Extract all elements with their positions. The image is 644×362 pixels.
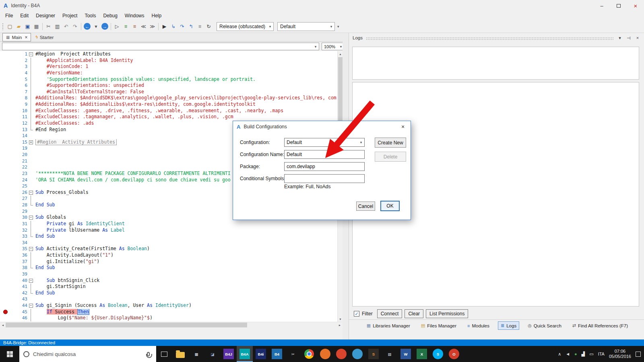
opera[interactable]: O [446, 346, 462, 362]
code-text[interactable]: #AdditionalRes: $AndroidSDK$\extras\goog… [35, 95, 343, 101]
breakpoint-margin[interactable] [0, 177, 11, 183]
breakpoint-margin[interactable] [0, 95, 11, 101]
media-app[interactable]: ◪ [204, 346, 221, 362]
navigate-back-icon[interactable]: ← [84, 23, 91, 30]
breakpoint-dot[interactable] [3, 310, 8, 314]
menu-item-designer[interactable]: Designer [32, 11, 59, 20]
breakpoint-margin[interactable] [0, 114, 11, 120]
step-out-icon[interactable]: ↰ [187, 22, 195, 31]
start-button[interactable] [0, 346, 19, 362]
code-text[interactable]: End Sub [35, 233, 343, 240]
b4r[interactable]: B4 [269, 346, 285, 362]
list-permissions-button[interactable]: List Permissions [426, 309, 468, 318]
panel-menu-icon[interactable]: ▾ [617, 35, 623, 41]
fold-collapse-icon[interactable]: − [29, 247, 33, 251]
designer-icon[interactable]: ▦ [32, 22, 41, 31]
outdent-icon[interactable]: ≪ [139, 22, 148, 31]
breakpoint-margin[interactable] [0, 315, 11, 321]
word[interactable]: W [398, 346, 414, 362]
breakpoint-margin[interactable] [0, 152, 11, 158]
scroll-left-icon[interactable]: ◄ [0, 322, 6, 328]
breakpoint-margin[interactable] [0, 290, 11, 296]
breakpoint-margin[interactable] [0, 108, 11, 114]
clock[interactable]: 07:06 05/05/2016 [609, 349, 631, 359]
code-text[interactable]: Private lblUsername As Label [35, 227, 343, 234]
fold-collapse-icon[interactable]: − [29, 216, 33, 220]
breakpoint-margin[interactable] [0, 101, 11, 108]
notepad-app[interactable]: ▤ [382, 346, 398, 362]
new-project-icon[interactable]: ▢ [6, 22, 14, 31]
panel-tab-quick-search[interactable]: ◎Quick Search [525, 322, 564, 329]
dev-app[interactable] [349, 346, 365, 362]
breakpoint-margin[interactable] [0, 145, 11, 152]
panel-tab-files-manager[interactable]: ▤Files Manager [419, 322, 459, 329]
firefox[interactable] [317, 346, 333, 362]
breakpoint-margin[interactable] [0, 240, 11, 246]
code-text[interactable]: #AdditionalRes: $AdditionalLibs$\extra-r… [35, 101, 343, 108]
menu-item-tools[interactable]: Tools [81, 11, 99, 20]
breakpoint-margin[interactable] [0, 296, 11, 302]
package-input[interactable] [284, 162, 365, 171]
breakpoint-margin[interactable] [0, 164, 11, 171]
editor-horizontal-scrollbar[interactable]: ◄ ► [0, 322, 343, 327]
breakpoint-margin[interactable] [0, 171, 11, 177]
delete-button[interactable]: Delete [375, 152, 406, 162]
breakpoint-margin[interactable] [0, 309, 11, 315]
breakpoint-margin[interactable] [0, 246, 11, 252]
breakpoint-margin[interactable] [0, 64, 11, 70]
breakpoint-margin[interactable] [0, 51, 11, 58]
run-icon[interactable]: ▶ [160, 22, 169, 31]
run-outline-icon[interactable]: ▷ [113, 22, 121, 31]
breakpoint-margin[interactable] [0, 127, 11, 133]
pin-icon[interactable]: ⊤ [626, 36, 632, 40]
breakpoint-margin[interactable] [0, 133, 11, 139]
b4j[interactable]: B4J [221, 346, 237, 362]
close-button[interactable]: × [627, 0, 644, 11]
breakpoint-margin[interactable] [0, 214, 11, 221]
code-text[interactable]: gi.Initialize("gi") [35, 259, 343, 265]
tab-starter[interactable]: ϟ Starter [32, 33, 57, 41]
build-configuration-select[interactable]: Release (obfuscated) ▾ [217, 22, 274, 31]
code-text[interactable]: If Success Then [35, 309, 343, 315]
cortana-search[interactable]: Chiedimi qualcosa [19, 346, 156, 362]
minimize-button[interactable]: – [593, 0, 610, 11]
panel-tab-modules[interactable]: ≡Modules [465, 322, 492, 329]
code-text[interactable] [35, 271, 343, 278]
cancel-button[interactable]: Cancel [356, 202, 375, 211]
toolbar-grip[interactable] [2, 23, 4, 30]
copy-icon[interactable]: ▥ [53, 22, 62, 31]
panel-close-icon[interactable]: × [635, 35, 640, 40]
breakpoints-icon[interactable]: ≡ [196, 22, 204, 31]
chrome[interactable] [301, 346, 317, 362]
connect-button[interactable]: Connect [377, 309, 402, 318]
step-into-icon[interactable]: ↳ [169, 22, 178, 31]
close-tab-icon[interactable]: × [25, 35, 27, 40]
conditional-symbols-input[interactable] [284, 174, 365, 183]
code-text[interactable]: #VersionName: [35, 70, 343, 76]
code-text[interactable]: Log($"Name: ${User.DisplayName}"$) [35, 315, 343, 321]
task-view-button[interactable] [156, 346, 172, 362]
breakpoint-margin[interactable] [0, 202, 11, 208]
horizontal-scrollbar-thumb[interactable] [6, 323, 247, 327]
code-text[interactable]: 'SupportedOrientations possible values: … [35, 76, 343, 83]
zoom-select[interactable]: 100% ▾ [322, 43, 345, 50]
undo-icon[interactable]: ↶ [62, 22, 70, 31]
code-text[interactable]: #ExcludeClasses: .games, .drive, .fitnes… [35, 108, 343, 114]
breakpoint-margin[interactable] [0, 120, 11, 127]
tab-main[interactable]: ▦ Main × [2, 33, 31, 41]
maximize-button[interactable] [610, 0, 627, 11]
b4i[interactable]: B4i [253, 346, 269, 362]
breakpoint-margin[interactable] [0, 158, 11, 165]
log-output-top[interactable] [352, 47, 639, 80]
breakpoint-margin[interactable] [0, 265, 11, 271]
fold-collapse-icon[interactable]: − [29, 52, 33, 56]
create-new-button[interactable]: Create New [375, 138, 406, 148]
breakpoint-margin[interactable] [0, 82, 11, 89]
compile-icon[interactable]: ↻ [204, 22, 213, 31]
dialog-close-icon[interactable]: × [399, 123, 407, 130]
mail-app[interactable] [333, 346, 349, 362]
language-indicator[interactable]: ITA [598, 352, 605, 356]
menu-item-help[interactable]: Help [148, 11, 165, 20]
breakpoint-margin[interactable] [0, 70, 11, 76]
breakpoint-margin[interactable] [0, 284, 11, 290]
